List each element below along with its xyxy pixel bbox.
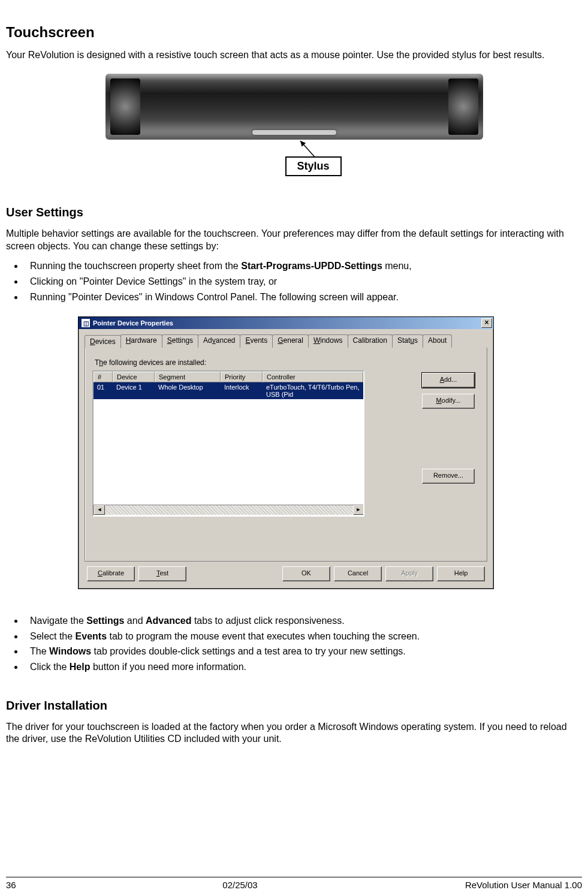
dialog-titlebar[interactable]: ◫ Pointer Device Properties ×: [79, 317, 493, 329]
svg-line-0: [300, 141, 315, 158]
table-row[interactable]: 01 Device 1 Whole Desktop Interlock eTur…: [94, 382, 363, 399]
apply-button: Apply: [385, 566, 433, 581]
tab-settings[interactable]: Settings: [162, 334, 198, 348]
list-item: Select the Events tab to program the mou…: [24, 629, 582, 644]
list-item: Running the touchscreen property sheet f…: [24, 258, 582, 274]
cancel-button[interactable]: Cancel: [334, 566, 382, 581]
figure-device-front: Stylus: [105, 74, 483, 140]
footer-date: 02/25/03: [54, 880, 426, 890]
device-photo: [105, 74, 483, 140]
list-item: Click the Help button if you need more i…: [24, 659, 582, 675]
tab-general[interactable]: General: [272, 334, 309, 348]
dialog-button-bar: Calibrate Test OK Cancel Apply Help: [85, 562, 487, 583]
remove-button[interactable]: Remove...: [422, 469, 475, 484]
tab-about[interactable]: About: [423, 334, 452, 348]
tab-advanced[interactable]: Advanced: [198, 334, 240, 348]
scroll-left-icon[interactable]: ◄: [94, 505, 105, 515]
app-icon: ◫: [81, 318, 91, 328]
tab-devices[interactable]: Devices: [85, 335, 121, 348]
para-touchscreen-intro: Your ReVolution is designed with a resis…: [6, 49, 582, 62]
close-icon[interactable]: ×: [481, 318, 492, 328]
ok-button[interactable]: OK: [282, 566, 330, 581]
bullets-tab-guidance: Navigate the Settings and Advanced tabs …: [6, 613, 582, 674]
col-device[interactable]: Device: [113, 372, 155, 382]
modify-button[interactable]: Modify...: [422, 394, 475, 409]
bullets-access-methods: Running the touchscreen property sheet f…: [6, 258, 582, 304]
col-controller[interactable]: Controller: [263, 372, 363, 382]
para-driver-installation: The driver for your touchscreen is loade…: [6, 721, 582, 746]
installed-devices-label: The following devices are installed:: [95, 358, 480, 367]
list-item: The Windows tab provides double-click se…: [24, 644, 582, 659]
dialog-title: Pointer Device Properties: [93, 319, 481, 327]
heading-touchscreen: Touchscreen: [6, 24, 582, 41]
col-priority[interactable]: Priority: [221, 372, 263, 382]
col-num[interactable]: #: [94, 372, 113, 382]
tab-hardware[interactable]: Hardware: [120, 334, 162, 348]
list-item: Running "Pointer Devices" in Windows Con…: [24, 289, 582, 305]
tab-events[interactable]: Events: [240, 334, 273, 348]
list-item: Navigate the Settings and Advanced tabs …: [24, 613, 582, 629]
stylus-slot: [252, 130, 336, 135]
scrollbar-track[interactable]: [105, 505, 353, 515]
tab-calibration[interactable]: Calibration: [348, 334, 393, 348]
col-segment[interactable]: Segment: [155, 372, 221, 382]
pointer-device-properties-dialog: ◫ Pointer Device Properties × Devices Ha…: [78, 316, 494, 589]
add-button[interactable]: Add...: [422, 373, 475, 388]
tab-windows[interactable]: Windows: [308, 334, 348, 348]
help-button[interactable]: Help: [437, 566, 485, 581]
heading-user-settings: User Settings: [6, 206, 582, 219]
heading-driver-installation: Driver Installation: [6, 699, 582, 713]
list-item: Clicking on "Pointer Device Settings" in…: [24, 274, 582, 289]
horizontal-scrollbar[interactable]: ◄ ►: [94, 505, 364, 515]
para-user-settings-intro: Multiple behavior settings are available…: [6, 228, 582, 253]
test-button[interactable]: Test: [138, 566, 186, 581]
calibrate-button[interactable]: Calibrate: [87, 566, 135, 581]
devices-listbox[interactable]: # Device Segment Priority Controller 01 …: [92, 370, 364, 517]
stylus-callout-label: Stylus: [285, 156, 342, 176]
tab-strip: Devices Hardware Settings Advanced Event…: [85, 334, 487, 348]
tab-pane-devices: The following devices are installed: # D…: [85, 348, 487, 562]
scroll-right-icon[interactable]: ►: [353, 505, 364, 515]
list-header: # Device Segment Priority Controller: [94, 372, 363, 382]
page-footer: 36 02/25/03 ReVolution User Manual 1.00: [6, 877, 582, 890]
footer-doc-title: ReVolution User Manual 1.00: [426, 880, 582, 890]
footer-page-number: 36: [6, 880, 54, 890]
tab-status[interactable]: Status: [392, 334, 423, 348]
